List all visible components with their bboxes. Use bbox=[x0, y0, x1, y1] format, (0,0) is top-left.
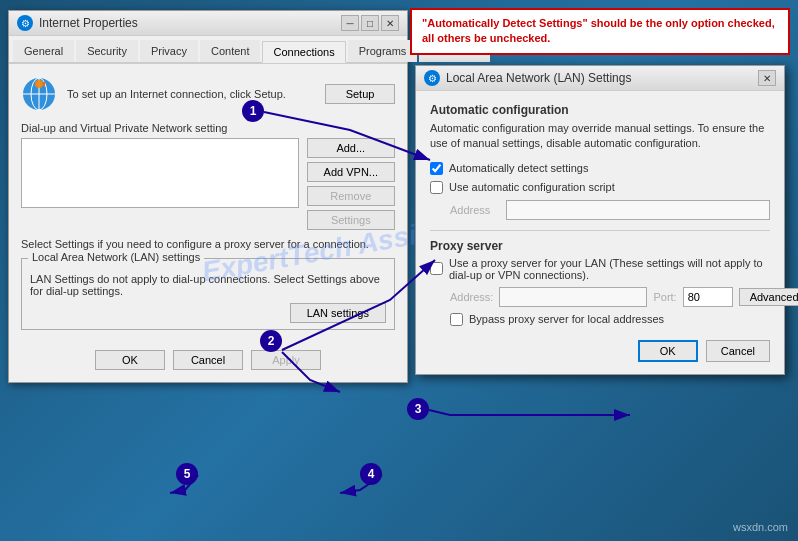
ie-titlebar: ⚙ Internet Properties ─ □ ✕ bbox=[9, 11, 407, 36]
lan-cancel-button[interactable]: Cancel bbox=[706, 340, 770, 362]
step-badge-1: 1 bbox=[242, 100, 264, 122]
ok-button[interactable]: OK bbox=[95, 350, 165, 370]
ie-tabs: General Security Privacy Content Connect… bbox=[9, 36, 407, 64]
step-badge-5: 5 bbox=[176, 463, 198, 485]
internet-properties-dialog: ⚙ Internet Properties ─ □ ✕ General Secu… bbox=[8, 10, 408, 383]
address-row: Address bbox=[450, 200, 770, 220]
ie-title: Internet Properties bbox=[39, 16, 138, 30]
tab-general[interactable]: General bbox=[13, 40, 74, 62]
proxy-title: Proxy server bbox=[430, 239, 770, 253]
add-vpn-button[interactable]: Add VPN... bbox=[307, 162, 395, 182]
advanced-button[interactable]: Advanced bbox=[739, 288, 798, 306]
bypass-row: Bypass proxy server for local addresses bbox=[450, 313, 770, 326]
lan-dialog-icon: ⚙ bbox=[424, 70, 440, 86]
step-badge-4: 4 bbox=[360, 463, 382, 485]
lan-divider bbox=[430, 230, 770, 231]
lan-close-button[interactable]: ✕ bbox=[758, 70, 776, 86]
proxy-port-input[interactable] bbox=[683, 287, 733, 307]
annotation-banner: "Automatically Detect Settings" should b… bbox=[410, 8, 790, 55]
lan-body: Automatic configuration Automatic config… bbox=[416, 91, 784, 374]
address-input[interactable] bbox=[506, 200, 770, 220]
ie-titlebar-left: ⚙ Internet Properties bbox=[17, 15, 138, 31]
proxy-address-label: Address: bbox=[450, 291, 493, 303]
ie-window-controls: ─ □ ✕ bbox=[341, 15, 399, 31]
step-badge-2: 2 bbox=[260, 330, 282, 352]
setup-text: To set up an Internet connection, click … bbox=[67, 88, 315, 100]
port-label: Port: bbox=[653, 291, 676, 303]
bypass-checkbox[interactable] bbox=[450, 313, 463, 326]
globe-icon bbox=[21, 76, 57, 112]
auto-script-label: Use automatic configuration script bbox=[449, 181, 615, 193]
lan-legend: Local Area Network (LAN) settings bbox=[28, 251, 204, 263]
remove-button[interactable]: Remove bbox=[307, 186, 395, 206]
tab-programs[interactable]: Programs bbox=[348, 40, 418, 62]
auto-script-row: Use automatic configuration script bbox=[430, 181, 770, 194]
tab-content[interactable]: Content bbox=[200, 40, 261, 62]
tab-connections[interactable]: Connections bbox=[262, 41, 345, 63]
lan-window-controls: ✕ bbox=[758, 70, 776, 86]
step-badge-3: 3 bbox=[407, 398, 429, 420]
proxy-use-row: Use a proxy server for your LAN (These s… bbox=[430, 257, 770, 281]
dialup-list-area: Add... Add VPN... Remove Settings bbox=[21, 138, 395, 230]
cancel-button[interactable]: Cancel bbox=[173, 350, 243, 370]
proxy-address-row: Address: Port: Advanced bbox=[450, 287, 770, 307]
site-watermark: wsxdn.com bbox=[733, 521, 788, 533]
dialup-list-container bbox=[21, 138, 299, 230]
apply-button[interactable]: Apply bbox=[251, 350, 321, 370]
lan-titlebar: ⚙ Local Area Network (LAN) Settings ✕ bbox=[416, 66, 784, 91]
lan-ok-row: OK Cancel bbox=[430, 336, 770, 362]
lan-settings-button[interactable]: LAN settings bbox=[290, 303, 386, 323]
address-label: Address bbox=[450, 204, 500, 216]
proxy-section: Proxy server Use a proxy server for your… bbox=[430, 239, 770, 326]
lan-settings-dialog: ⚙ Local Area Network (LAN) Settings ✕ Au… bbox=[415, 65, 785, 375]
setup-row: To set up an Internet connection, click … bbox=[21, 76, 395, 112]
ie-bottom-buttons: OK Cancel Apply bbox=[21, 342, 395, 370]
tab-privacy[interactable]: Privacy bbox=[140, 40, 198, 62]
dialup-label: Dial-up and Virtual Private Network sett… bbox=[21, 122, 395, 134]
setup-button[interactable]: Setup bbox=[325, 84, 395, 104]
dialup-list[interactable] bbox=[21, 138, 299, 208]
auto-detect-row: Automatically detect settings bbox=[430, 162, 770, 175]
close-button[interactable]: ✕ bbox=[381, 15, 399, 31]
add-button[interactable]: Add... bbox=[307, 138, 395, 158]
ie-app-icon: ⚙ bbox=[17, 15, 33, 31]
lan-ok-button[interactable]: OK bbox=[638, 340, 698, 362]
bypass-label: Bypass proxy server for local addresses bbox=[469, 313, 664, 325]
lan-titlebar-left: ⚙ Local Area Network (LAN) Settings bbox=[424, 70, 631, 86]
tab-security[interactable]: Security bbox=[76, 40, 138, 62]
svg-point-4 bbox=[35, 80, 43, 88]
ie-body: To set up an Internet connection, click … bbox=[9, 64, 407, 382]
minimize-button[interactable]: ─ bbox=[341, 15, 359, 31]
lan-dialog-title: Local Area Network (LAN) Settings bbox=[446, 71, 631, 85]
auto-detect-checkbox[interactable] bbox=[430, 162, 443, 175]
maximize-button[interactable]: □ bbox=[361, 15, 379, 31]
auto-script-checkbox[interactable] bbox=[430, 181, 443, 194]
proxy-address-input[interactable] bbox=[499, 287, 647, 307]
auto-config-desc: Automatic configuration may override man… bbox=[430, 121, 770, 152]
dialup-side-buttons: Add... Add VPN... Remove Settings bbox=[307, 138, 395, 230]
proxy-use-label: Use a proxy server for your LAN (These s… bbox=[449, 257, 770, 281]
auto-detect-label: Automatically detect settings bbox=[449, 162, 588, 174]
auto-config-title: Automatic configuration bbox=[430, 103, 770, 117]
proxy-use-checkbox[interactable] bbox=[430, 262, 443, 275]
